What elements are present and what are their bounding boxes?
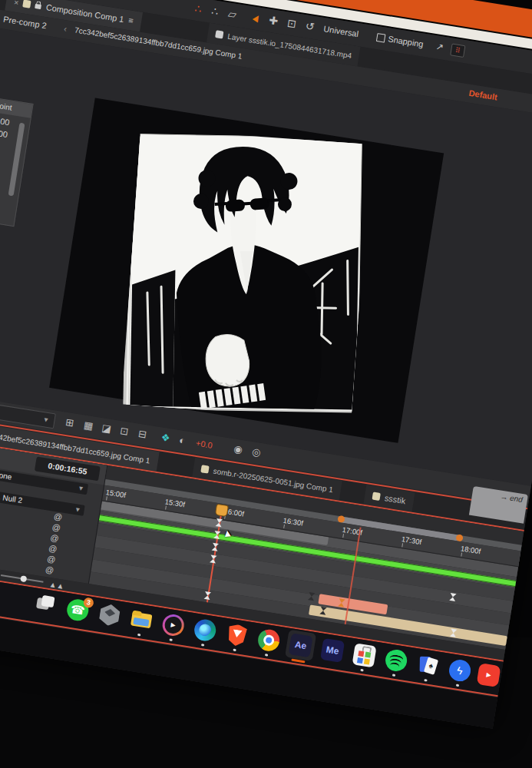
channel-icon[interactable]: ❖ bbox=[160, 432, 171, 445]
rotate-tool-icon[interactable]: ↺ bbox=[304, 18, 316, 35]
file-explorer-icon[interactable] bbox=[129, 607, 154, 632]
running-indicator bbox=[360, 669, 363, 672]
camera-mode-dropdown[interactable]: Universal bbox=[323, 24, 359, 38]
puppet-pin-tool-icon[interactable]: ⌖ bbox=[92, 0, 101, 1]
running-indicator bbox=[265, 654, 268, 657]
panel-menu-icon[interactable]: ≡ bbox=[127, 15, 134, 25]
breadcrumb-separator2: ‹ bbox=[59, 23, 72, 34]
tab-color-swatch4 bbox=[372, 492, 380, 501]
region-icon[interactable]: ⊡ bbox=[119, 425, 129, 438]
spotify-icon[interactable] bbox=[384, 648, 408, 673]
tab-color-swatch3 bbox=[200, 465, 209, 473]
zoom-slider-handle[interactable] bbox=[20, 575, 27, 582]
hand-tool-icon[interactable]: ✚ bbox=[268, 12, 279, 29]
selection-tool-icon[interactable]: ► bbox=[247, 9, 266, 27]
window-stack-icon[interactable] bbox=[34, 593, 58, 617]
ruler-label: 15:30f bbox=[164, 497, 186, 508]
chevron-down-icon3: ▾ bbox=[78, 483, 84, 495]
roi-icon[interactable]: ⊞ bbox=[64, 416, 74, 429]
workspace-label[interactable]: Default bbox=[468, 88, 498, 102]
ruler-label: 18:00f bbox=[460, 544, 481, 555]
lasso-tool-icon[interactable]: ▱ bbox=[227, 5, 238, 22]
breadcrumb-precomp2[interactable]: Pre-comp 2 bbox=[3, 15, 48, 31]
exposure-icon[interactable]: ◐ bbox=[178, 434, 186, 446]
running-indicator bbox=[201, 644, 204, 647]
end-label: end bbox=[510, 494, 524, 504]
ruler-label: 17:30f bbox=[401, 535, 422, 546]
transparency-grid-icon[interactable]: ▦ bbox=[83, 419, 94, 432]
point-panel-title: Point bbox=[0, 88, 33, 118]
arrow-icon: → bbox=[500, 492, 509, 502]
laptop-screen: + ◪ ✎ ✐ ⌖ ∴ ∴ ▱ ► ✚ ⊡ ↺ Universal Snappi… bbox=[0, 0, 532, 729]
microsoft-store-icon[interactable] bbox=[352, 643, 377, 667]
node-tool-active-icon[interactable]: ∴ bbox=[193, 1, 203, 17]
youtube-icon[interactable]: ► bbox=[477, 663, 501, 687]
running-indicator bbox=[169, 638, 172, 641]
composition-photo bbox=[121, 128, 370, 420]
edge-icon[interactable] bbox=[193, 618, 217, 643]
playhead[interactable] bbox=[215, 504, 229, 517]
hexagon-app-icon[interactable] bbox=[97, 603, 122, 627]
running-indicator bbox=[392, 674, 395, 677]
grid-options-icon[interactable]: ⠿ bbox=[450, 43, 465, 58]
chrome-icon[interactable] bbox=[256, 628, 281, 653]
view-options-icon[interactable]: ◎ bbox=[251, 445, 262, 458]
snapping-label: Snapping bbox=[388, 34, 425, 48]
mask-visibility-icon[interactable]: ◪ bbox=[101, 422, 112, 435]
solitaire-icon[interactable]: ♠ bbox=[416, 654, 441, 678]
running-indicator bbox=[456, 684, 459, 687]
running-indicator bbox=[233, 649, 236, 652]
shape-tool-icon[interactable]: ⊡ bbox=[286, 15, 298, 32]
me-label: Me bbox=[325, 644, 340, 657]
node-tool-icon[interactable]: ∴ bbox=[210, 3, 220, 19]
scale-arrows-icon[interactable]: ↗ bbox=[435, 38, 444, 55]
whatsapp-icon[interactable]: ☎ 3 bbox=[65, 598, 90, 622]
snapping-checkbox[interactable] bbox=[376, 33, 386, 43]
pick-whip-icon[interactable]: @ bbox=[45, 564, 55, 576]
tab-ssstik-comp-label: ssstik bbox=[384, 493, 406, 505]
point-panel: Point 00 00 bbox=[0, 87, 34, 227]
lock-icon bbox=[35, 4, 42, 9]
comp-color-swatch bbox=[23, 0, 31, 8]
chevron-down-icon4: ▾ bbox=[75, 504, 81, 515]
guides-icon[interactable]: ⊟ bbox=[137, 428, 147, 441]
camera-icon[interactable]: ◉ bbox=[233, 443, 243, 456]
brave-icon[interactable] bbox=[225, 623, 249, 647]
layer-color-swatch bbox=[215, 30, 223, 38]
running-indicator bbox=[137, 634, 140, 637]
running-indicator bbox=[424, 679, 427, 682]
media-player-icon[interactable]: ► bbox=[161, 613, 186, 637]
breadcrumb-separator: ‹ bbox=[0, 12, 1, 23]
whatsapp-badge: 3 bbox=[83, 597, 94, 608]
ruler-label: 16:30f bbox=[283, 516, 304, 528]
close-icon[interactable]: × bbox=[13, 0, 19, 7]
ruler-label: 15:00f bbox=[105, 488, 127, 499]
parent-none-value: None bbox=[0, 470, 12, 482]
media-encoder-icon[interactable]: Me bbox=[320, 638, 345, 663]
ae-label: Ae bbox=[294, 639, 307, 651]
after-effects-icon[interactable]: Ae bbox=[289, 633, 313, 657]
exposure-value[interactable]: +0.0 bbox=[195, 439, 213, 450]
chevron-down-icon2: ▾ bbox=[43, 412, 49, 427]
messenger-icon[interactable]: ϟ bbox=[448, 658, 472, 683]
mouse-cursor: ► bbox=[220, 528, 233, 539]
